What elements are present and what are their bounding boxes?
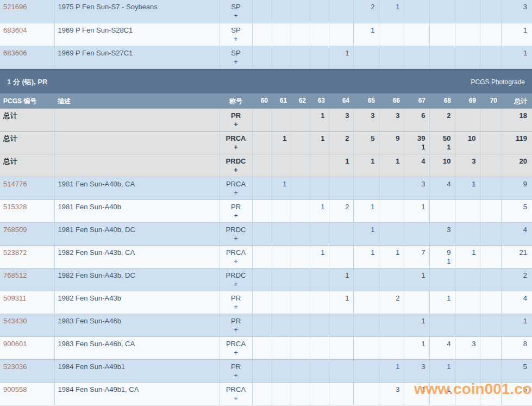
description-cell: 1984 Fen Sun-A49b1, CA <box>54 383 220 405</box>
pcgs-number-link[interactable]: 900601 <box>3 340 27 348</box>
grade-cell-69 <box>455 268 480 291</box>
grade-cell-60 <box>252 154 272 177</box>
description-cell: 1981 Fen Sun-A40b, CA <box>54 177 220 200</box>
pcgs-number-link[interactable]: 523036 <box>3 363 27 371</box>
pcgs-number-link[interactable]: 900558 <box>3 385 27 393</box>
table-row: 5434301983 Fen Sun-A46bPR+11 <box>0 314 532 337</box>
pcgs-number-cell: 900601 <box>0 337 54 360</box>
grade-cell-61: 1 <box>272 132 291 154</box>
grade-cell-61: 1 <box>272 177 291 200</box>
plus-designation-label: + <box>220 58 252 66</box>
pcgs-number-cell: 515328 <box>0 200 54 223</box>
pcgs-number-link[interactable]: 683606 <box>3 49 27 57</box>
grade-cell-61 <box>272 246 291 268</box>
pcgs-number-link[interactable]: 514776 <box>3 180 27 188</box>
grade-cell-69: 1 <box>455 177 480 200</box>
grade-cell-68 <box>429 314 455 337</box>
pcgs-number-link[interactable]: 768509 <box>3 226 27 234</box>
grade-cell-66: 3 <box>379 383 404 405</box>
grade-cell-66 <box>379 177 404 200</box>
table-row: 9006011983 Fen Sun-A46b, CAPRCA+1438 <box>0 337 532 360</box>
designation-label: SP <box>220 49 252 58</box>
grade-cell-70 <box>480 337 501 360</box>
col-header-grade-64: 64 <box>329 93 353 109</box>
grade-cell-62 <box>291 154 310 177</box>
grade-cell-60 <box>252 109 272 132</box>
table-row: 7685091981 Fen Sun-A40b, DCPRDC+134 <box>0 223 532 246</box>
grade-cell-64: 1 <box>329 268 353 291</box>
total-cell: 8 <box>501 337 532 360</box>
pcgs-number-link[interactable]: 521696 <box>3 3 27 11</box>
description-cell <box>54 132 220 154</box>
description-cell: 1982 Fen Sun-A43b, DC <box>54 268 220 291</box>
grade-cell-65 <box>353 314 379 337</box>
grade-cell-62 <box>291 46 310 68</box>
grade-cell-70 <box>480 177 501 200</box>
pcgs-number-link[interactable]: 515328 <box>3 203 27 211</box>
grade-cell-66: 1 <box>379 0 404 23</box>
grade-cell-60 <box>252 200 272 223</box>
grade-cell-63: 1 <box>310 246 329 268</box>
section-header-bar: 1 分 (铝), PR PCGS Photograde <box>0 69 532 93</box>
plus-designation-label: + <box>220 348 252 357</box>
grade-cell-64 <box>329 246 353 268</box>
col-header-description: 描述 <box>54 93 220 109</box>
pcgs-number-link[interactable]: 768512 <box>3 271 27 279</box>
grade-cell-69 <box>455 109 480 132</box>
grade-cell-64 <box>329 360 353 383</box>
grade-cell-61 <box>272 360 291 383</box>
grade-cell-65 <box>353 268 379 291</box>
grade-cell-60 <box>252 223 272 246</box>
grade-cell-69: 10 <box>455 132 480 154</box>
col-header-grade-69: 69 <box>455 93 480 109</box>
grade-cell-68: 10 <box>429 154 455 177</box>
grade-cell-66 <box>379 46 404 68</box>
grade-cell-65: 5 <box>353 132 379 154</box>
col-header-grade-65: 65 <box>353 93 379 109</box>
grade-cell-67: 3 <box>404 177 429 200</box>
grade-cell-69 <box>455 0 480 23</box>
grade-cell-63 <box>310 0 329 23</box>
grade-cell-70 <box>480 109 501 132</box>
col-header-grade-67: 67 <box>404 93 429 109</box>
pcgs-number-cell: 900558 <box>0 383 54 405</box>
grade-cell-65: 1 <box>353 200 379 223</box>
designation-label: PRDC <box>220 226 252 234</box>
total-cell: 5 <box>501 360 532 383</box>
grade-cell-65: 3 <box>353 109 379 132</box>
plus-designation-label: + <box>220 280 252 289</box>
designation-label: PRCA <box>220 248 252 257</box>
grade-cell-68 <box>429 200 455 223</box>
designation-label: SP <box>220 26 252 35</box>
designation-cell: PR+ <box>220 109 252 132</box>
grade-cell-68: 91 <box>429 246 455 268</box>
grade-cell-70 <box>480 291 501 314</box>
description-cell: 1969 P Fen Sun-S27C1 <box>54 46 220 68</box>
grade-cell-62 <box>291 246 310 268</box>
total-cell: 119 <box>501 132 532 154</box>
pcgs-number-link[interactable]: 543430 <box>3 317 27 325</box>
grade-cell-69 <box>455 223 480 246</box>
grade-cell-69 <box>455 291 480 314</box>
grade-cell-64: 1 <box>329 46 353 68</box>
grade-cell-63 <box>310 223 329 246</box>
plus-designation-label: + <box>220 394 252 403</box>
grade-cell-69 <box>455 360 480 383</box>
pcgs-number-link[interactable]: 523872 <box>3 248 27 257</box>
designation-cell: PR+ <box>220 200 252 223</box>
grade-cell-61 <box>272 109 291 132</box>
plus-designation-label: + <box>220 120 252 129</box>
summary-row: 总计PR+13336218 <box>0 109 532 132</box>
grade-cell-64: 3 <box>329 109 353 132</box>
col-header-designation: 称号 <box>220 93 252 109</box>
designation-label: PR <box>220 111 252 120</box>
pcgs-number-link[interactable]: 509311 <box>3 294 26 302</box>
grade-cell-63 <box>310 23 329 46</box>
grade-cell-64: 2 <box>329 200 353 223</box>
designation-cell: SP+ <box>220 46 252 68</box>
pcgs-number-link[interactable]: 683604 <box>3 26 27 34</box>
grade-cell-69 <box>455 23 480 46</box>
grade-cell-63: 1 <box>310 109 329 132</box>
grade-cell-60 <box>252 0 272 23</box>
pcgs-photograde-link[interactable]: PCGS Photograde <box>471 78 525 86</box>
